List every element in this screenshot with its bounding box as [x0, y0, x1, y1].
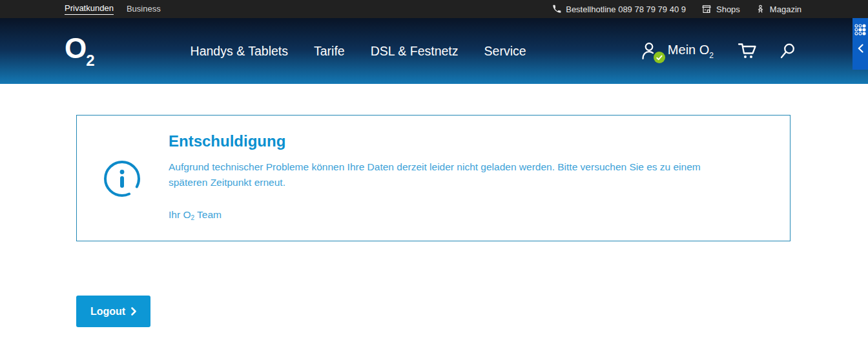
account-label-subscript: 2 — [709, 51, 714, 60]
nav-item-dsl-festnetz[interactable]: DSL & Festnetz — [371, 44, 459, 59]
logout-label: Logout — [90, 306, 125, 317]
primary-nav: Handys & Tablets Tarife DSL & Festnetz S… — [191, 44, 526, 59]
logged-in-badge — [654, 52, 665, 63]
magazin-person-icon — [756, 5, 765, 14]
account-icon-wrap — [640, 41, 661, 61]
dot-grid-icon — [854, 24, 866, 35]
main-navbar: O2 Handys & Tablets Tarife DSL & Festnet… — [0, 18, 868, 84]
nav-item-handys-tablets[interactable]: Handys & Tablets — [191, 44, 288, 59]
navbar-actions: Mein O2 — [640, 41, 796, 61]
error-message-box: Entschuldigung Aufgrund technischer Prob… — [76, 115, 790, 241]
magazin-link[interactable]: Magazin — [756, 5, 801, 14]
segment-switcher: Privatkunden Business — [65, 3, 161, 15]
check-icon — [656, 55, 663, 61]
search-button[interactable] — [778, 42, 796, 60]
storefront-icon — [701, 4, 712, 14]
shops-link[interactable]: Shops — [701, 4, 740, 14]
hotline-link[interactable]: Bestellhotline 089 78 79 79 40 9 — [552, 5, 686, 14]
cart-icon — [737, 41, 759, 61]
page-content: Entschuldigung Aufgrund technischer Prob… — [0, 115, 868, 327]
chevron-left-icon — [858, 44, 863, 53]
logo-subscript: 2 — [86, 52, 94, 69]
phone-icon — [552, 5, 561, 14]
nav-item-tarife[interactable]: Tarife — [314, 44, 345, 59]
shops-label: Shops — [716, 5, 740, 14]
mein-o2-account-button[interactable]: Mein O2 — [640, 41, 714, 61]
info-icon — [103, 160, 141, 197]
magazin-label: Magazin — [770, 5, 801, 14]
hotline-label: Bestellhotline 089 78 79 79 40 9 — [566, 5, 686, 14]
accessibility-side-widget[interactable] — [852, 18, 868, 70]
tab-privatkunden[interactable]: Privatkunden — [65, 3, 114, 15]
utility-links: Bestellhotline 089 78 79 79 40 9 Shops M… — [552, 4, 801, 14]
account-label: Mein O2 — [668, 43, 714, 60]
message-body: Aufgrund technischer Probleme können Ihr… — [169, 159, 739, 190]
search-icon — [778, 42, 796, 60]
chevron-right-icon — [131, 307, 136, 316]
logout-button[interactable]: Logout — [76, 296, 150, 327]
message-title: Entschuldigung — [169, 132, 764, 150]
nav-item-service[interactable]: Service — [484, 44, 526, 59]
utility-bar: Privatkunden Business Bestellhotline 089… — [0, 0, 868, 18]
o2-logo[interactable]: O2 — [65, 34, 95, 68]
tab-business[interactable]: Business — [127, 4, 161, 15]
message-signature: Ihr O2 Team — [169, 209, 764, 221]
logo-text: O — [65, 32, 86, 64]
message-content: Entschuldigung Aufgrund technischer Prob… — [77, 116, 790, 241]
cart-button[interactable] — [737, 41, 759, 61]
